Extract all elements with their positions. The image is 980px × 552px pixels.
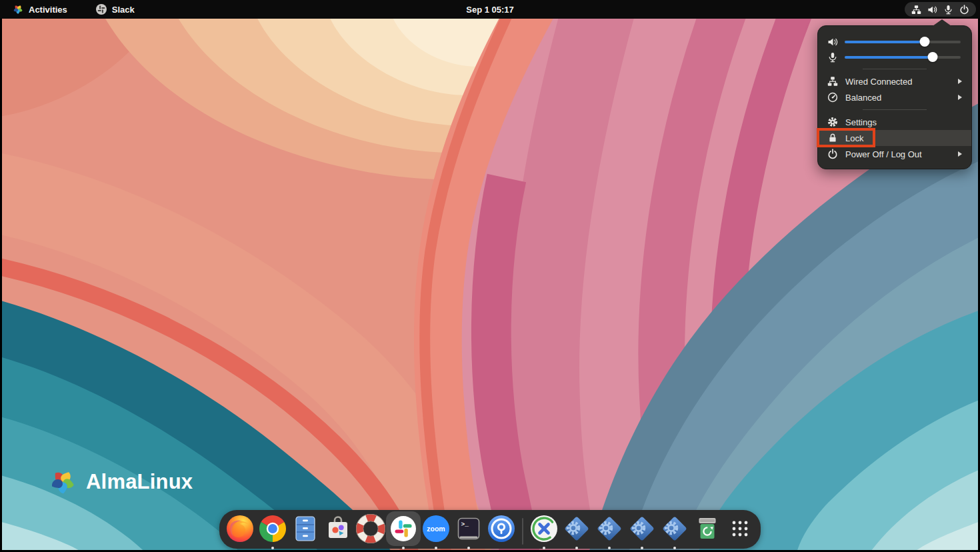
running-indicator <box>575 547 578 549</box>
network-wired-icon <box>911 5 921 15</box>
running-indicator <box>673 547 676 549</box>
network-wired-icon <box>827 76 838 87</box>
dock-item-slack[interactable] <box>389 514 418 547</box>
activities-label: Activities <box>29 5 67 15</box>
menu-item-label: Balanced <box>845 93 881 103</box>
brand-name: AlmaLinux <box>86 470 193 494</box>
clock[interactable]: Sep 1 05:17 <box>459 3 521 16</box>
submenu-arrow-icon <box>958 151 962 157</box>
power-icon <box>959 5 969 15</box>
submenu-arrow-icon <box>958 95 962 100</box>
volume-slider[interactable] <box>845 37 961 47</box>
slider-knob[interactable] <box>928 52 938 62</box>
menu-item-label: Settings <box>845 117 877 127</box>
menu-item-label: Power Off / Log Out <box>845 149 922 159</box>
terminal-prompt-text: >_ <box>461 521 469 528</box>
dock-item-files[interactable] <box>291 514 320 547</box>
dock-item-executable-2[interactable] <box>595 514 624 547</box>
desktop: AlmaLinux Wired Connected <box>2 19 978 550</box>
desktop-brand: AlmaLinux <box>47 467 193 497</box>
system-menu: Wired Connected Balanced Settings Lock P… <box>817 25 972 169</box>
almalinux-logo <box>47 467 78 497</box>
dock-item-software[interactable] <box>323 514 353 547</box>
executable-app-icon <box>595 514 624 543</box>
activities-button[interactable]: Activities <box>7 2 73 17</box>
focused-app-menu[interactable]: Slack <box>90 2 140 17</box>
mic-slider-row <box>818 49 971 65</box>
slack-tray-icon <box>95 3 107 15</box>
running-indicator <box>467 547 470 549</box>
executable-app-icon <box>660 514 689 543</box>
firefox-icon <box>225 514 255 543</box>
menu-item-label: Lock <box>845 133 863 143</box>
remote-desktop-icon <box>529 514 559 543</box>
submenu-arrow-icon <box>958 79 962 84</box>
dock-item-zoom[interactable]: zoom <box>421 514 451 547</box>
focused-app-label: Slack <box>112 5 135 15</box>
running-indicator <box>402 547 405 549</box>
menu-item-balanced[interactable]: Balanced <box>818 89 971 105</box>
running-indicator <box>641 547 643 549</box>
dock-item-1password[interactable] <box>487 514 516 547</box>
menu-item-lock[interactable]: Lock <box>818 130 971 146</box>
lock-icon <box>827 133 838 143</box>
dock-separator <box>522 518 523 545</box>
executable-app-icon <box>562 514 591 543</box>
almalinux-logo-icon <box>12 3 24 15</box>
menu-item-label: Wired Connected <box>845 77 912 87</box>
dock-item-show-applications[interactable] <box>725 514 755 547</box>
running-indicator <box>271 547 274 549</box>
dock: zoom >_ <box>219 510 761 549</box>
power-icon <box>827 149 838 159</box>
executable-app-icon <box>627 514 657 543</box>
app-grid-icon <box>725 514 755 543</box>
dock-item-terminal[interactable]: >_ <box>454 514 483 547</box>
power-profile-icon <box>827 92 838 103</box>
mic-slider[interactable] <box>845 52 961 63</box>
slider-fill <box>845 41 925 43</box>
microphone-icon <box>943 5 953 15</box>
chrome-icon <box>258 514 287 543</box>
dock-item-firefox[interactable] <box>225 514 255 547</box>
menu-item-settings[interactable]: Settings <box>818 114 971 130</box>
slider-fill <box>845 56 933 59</box>
slider-knob[interactable] <box>920 37 930 47</box>
software-bag-icon <box>323 514 353 543</box>
gear-icon <box>827 117 838 127</box>
slack-icon <box>389 514 418 543</box>
microphone-icon <box>827 52 838 63</box>
volume-slider-row <box>818 34 971 49</box>
zoom-icon: zoom <box>421 514 451 543</box>
trash-icon <box>693 514 722 543</box>
dock-item-executable-1[interactable] <box>562 514 591 547</box>
zoom-logo-text: zoom <box>427 525 445 533</box>
menu-pointer <box>933 19 951 26</box>
onepassword-icon <box>487 514 516 543</box>
dock-item-chrome[interactable] <box>258 514 287 547</box>
dock-item-executable-3[interactable] <box>627 514 657 547</box>
terminal-icon: >_ <box>454 514 483 543</box>
menu-item-wired-connected[interactable]: Wired Connected <box>818 73 971 89</box>
lifebuoy-icon <box>356 514 385 543</box>
menu-item-power-off-log-out[interactable]: Power Off / Log Out <box>818 146 971 162</box>
running-indicator <box>543 547 545 549</box>
file-cabinet-icon <box>291 514 320 543</box>
dock-item-remote-desktop[interactable] <box>529 514 559 547</box>
running-indicator <box>435 547 437 549</box>
menu-separator <box>863 69 927 69</box>
speaker-icon <box>827 37 838 47</box>
dock-item-trash[interactable] <box>693 514 722 547</box>
system-tray[interactable] <box>905 2 976 17</box>
menu-separator <box>863 109 927 110</box>
top-bar: Activities Slack Sep 1 05:17 <box>0 0 980 19</box>
speaker-icon <box>927 5 937 15</box>
dock-item-executable-4[interactable] <box>660 514 689 547</box>
dock-item-help[interactable] <box>356 514 385 547</box>
running-indicator <box>608 547 611 549</box>
